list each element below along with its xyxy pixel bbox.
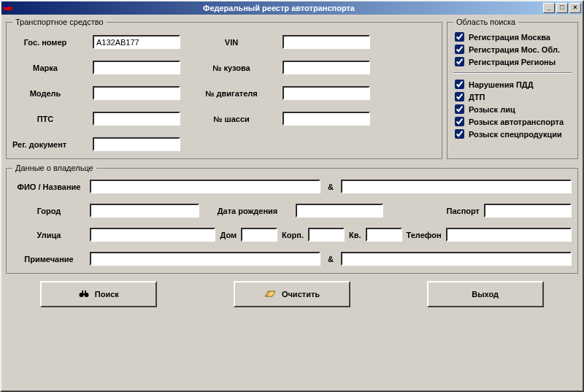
owner-group: Данные о владельце ФИО / Название & Горо… bbox=[6, 164, 578, 274]
passport-label: Паспорт bbox=[447, 207, 480, 215]
search-button-label: Поиск bbox=[95, 290, 119, 299]
eraser-icon bbox=[264, 290, 276, 299]
note-label: Примечание bbox=[12, 255, 85, 264]
window-title: Федеральный реестр автотранспорта bbox=[16, 4, 542, 12]
chk-reg-regions[interactable]: Регистрация Регионы bbox=[453, 57, 572, 66]
phone-input[interactable] bbox=[446, 228, 572, 242]
fio2-input[interactable] bbox=[341, 180, 572, 193]
flat-input[interactable] bbox=[366, 228, 402, 242]
city-input[interactable] bbox=[90, 204, 199, 218]
fio-label: ФИО / Название bbox=[12, 182, 85, 191]
chk-reg-moscow-box[interactable] bbox=[455, 32, 464, 42]
window-controls: _ □ × bbox=[542, 3, 583, 13]
city-label: Город bbox=[12, 207, 85, 215]
note2-input[interactable] bbox=[341, 252, 572, 266]
engine-label: № двигателя bbox=[195, 89, 268, 98]
maximize-button[interactable]: □ bbox=[556, 3, 568, 13]
flat-label: Кв. bbox=[349, 231, 361, 239]
passport-input[interactable] bbox=[484, 204, 572, 218]
svg-rect-1 bbox=[5, 5, 8, 7]
button-row: Поиск Очистить Выход bbox=[6, 278, 578, 307]
binoculars-icon bbox=[79, 289, 89, 299]
model-input[interactable] bbox=[93, 86, 180, 100]
vin-label: VIN bbox=[195, 38, 268, 47]
amp-1: & bbox=[325, 182, 337, 191]
body-label: № кузова bbox=[195, 64, 268, 72]
engine-input[interactable] bbox=[283, 86, 370, 100]
search-area-group: Область поиска Регистрация Москва Регист… bbox=[447, 18, 578, 159]
app-icon bbox=[3, 3, 13, 13]
chk-dtp-box[interactable] bbox=[455, 92, 464, 101]
phone-label: Телефон bbox=[407, 231, 442, 239]
clear-button-label: Очистить bbox=[282, 290, 320, 299]
marka-input[interactable] bbox=[93, 61, 180, 74]
chk-wanted-special-box[interactable] bbox=[455, 129, 464, 139]
clear-button[interactable]: Очистить bbox=[234, 281, 350, 307]
street-label: Улица bbox=[12, 231, 85, 239]
svg-rect-5 bbox=[85, 291, 86, 293]
dob-input[interactable] bbox=[296, 204, 383, 218]
titlebar: Федеральный реестр автотранспорта _ □ × bbox=[1, 1, 583, 15]
chk-violations[interactable]: Нарушения ПДД bbox=[453, 80, 572, 89]
note1-input[interactable] bbox=[90, 252, 320, 266]
minimize-button[interactable]: _ bbox=[543, 3, 555, 13]
house-input[interactable] bbox=[241, 228, 277, 242]
client-area: Транспортное средство Гос. номер VIN Мар… bbox=[1, 15, 583, 391]
model-label: Модель bbox=[12, 89, 78, 98]
chk-wanted-special[interactable]: Розыск спецпродукции bbox=[453, 129, 572, 139]
gos-input[interactable] bbox=[93, 35, 180, 49]
vehicle-group-legend: Транспортное средство bbox=[12, 18, 107, 26]
exit-button-label: Выход bbox=[472, 290, 499, 299]
chassis-label: № шасси bbox=[195, 115, 268, 123]
korp-input[interactable] bbox=[308, 228, 345, 242]
korp-label: Корп. bbox=[282, 231, 304, 239]
dob-label: Дата рождения bbox=[204, 207, 291, 215]
search-button[interactable]: Поиск bbox=[40, 281, 157, 307]
chk-reg-mosobl[interactable]: Регистрация Мос. Обл. bbox=[453, 45, 572, 54]
close-button[interactable]: × bbox=[569, 3, 581, 13]
regdoc-label: Рег. документ bbox=[12, 140, 78, 149]
chk-wanted-persons-box[interactable] bbox=[455, 104, 464, 114]
search-area-legend: Область поиска bbox=[453, 18, 518, 26]
fio1-input[interactable] bbox=[90, 180, 320, 193]
owner-group-legend: Данные о владельце bbox=[12, 164, 96, 172]
house-label: Дом bbox=[220, 231, 237, 239]
chk-reg-regions-box[interactable] bbox=[455, 57, 464, 66]
main-window: Федеральный реестр автотранспорта _ □ × … bbox=[0, 0, 584, 392]
marka-label: Марка bbox=[12, 64, 78, 72]
street-input[interactable] bbox=[90, 228, 215, 242]
svg-rect-4 bbox=[82, 291, 83, 293]
svg-rect-6 bbox=[82, 293, 85, 295]
chk-wanted-persons[interactable]: Розыск лиц bbox=[453, 104, 572, 114]
chassis-input[interactable] bbox=[283, 112, 370, 126]
amp-2: & bbox=[325, 255, 337, 264]
pts-label: ПТС bbox=[12, 115, 78, 123]
pts-input[interactable] bbox=[93, 112, 180, 126]
vin-input[interactable] bbox=[283, 35, 370, 49]
regdoc-input[interactable] bbox=[93, 137, 180, 151]
vehicle-group: Транспортное средство Гос. номер VIN Мар… bbox=[6, 18, 442, 159]
chk-reg-mosobl-box[interactable] bbox=[455, 45, 464, 54]
body-input[interactable] bbox=[283, 61, 370, 74]
chk-reg-moscow[interactable]: Регистрация Москва bbox=[453, 32, 572, 42]
chk-wanted-vehicles-box[interactable] bbox=[455, 117, 464, 126]
exit-button[interactable]: Выход bbox=[427, 281, 544, 307]
chk-violations-box[interactable] bbox=[455, 80, 464, 89]
chk-wanted-vehicles[interactable]: Розыск автотранспорта bbox=[453, 117, 572, 126]
chk-dtp[interactable]: ДТП bbox=[453, 92, 572, 101]
gos-label: Гос. номер bbox=[12, 38, 78, 47]
chk-separator bbox=[453, 72, 572, 74]
